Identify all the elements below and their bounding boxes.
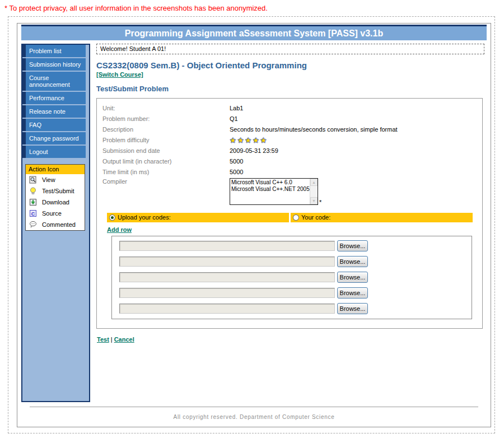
detail-row-description: Description Seconds to hours/minutes/sec… bbox=[102, 124, 477, 135]
legend-label-commented: Commented bbox=[42, 221, 76, 228]
difficulty-stars: ★★★★★ bbox=[230, 135, 268, 146]
detail-label: Problem number: bbox=[102, 114, 230, 124]
detail-row-compiler: Compiler Microsoft Visual C++ 6.0 Micros… bbox=[102, 178, 477, 205]
listbox-scrollbar[interactable]: ▲ ▼ bbox=[310, 179, 318, 204]
browse-button-2[interactable]: Browse... bbox=[337, 256, 368, 267]
detail-row-end-date: Submission end date 2009-05-31 23:59 bbox=[102, 146, 477, 156]
detail-value: Lab1 bbox=[230, 103, 243, 114]
compiler-listbox[interactable]: Microsoft Visual C++ 6.0 Microsoft Visua… bbox=[230, 178, 318, 205]
page-title: Test/Submit Problem bbox=[96, 85, 484, 93]
browse-button-4[interactable]: Browse... bbox=[337, 287, 368, 299]
switch-course-link[interactable]: [Switch Course] bbox=[96, 71, 143, 78]
your-code-choice[interactable]: Your code: bbox=[291, 213, 473, 222]
detail-label: Description bbox=[102, 124, 230, 135]
app-body: Problem list Submission history Course a… bbox=[21, 44, 487, 402]
file-upload-row: Browse... bbox=[119, 240, 472, 251]
your-code-radio[interactable] bbox=[293, 214, 299, 221]
detail-row-unit: Unit: Lab1 bbox=[102, 103, 477, 114]
compiler-option[interactable]: Microsoft Visual C++ 6.0 bbox=[231, 179, 309, 186]
sidebar-item-performance[interactable]: Performance bbox=[22, 92, 86, 104]
legend-label-source: Source bbox=[42, 210, 62, 217]
upload-codes-radio-label: Upload your codes: bbox=[118, 214, 171, 221]
file-path-input-2[interactable] bbox=[119, 257, 335, 267]
detail-label: Output limit (in character) bbox=[102, 156, 230, 167]
view-icon bbox=[29, 176, 37, 184]
upload-codes-radio[interactable] bbox=[109, 214, 115, 221]
scroll-up-arrow-icon[interactable]: ▲ bbox=[310, 179, 318, 186]
compiler-options: Microsoft Visual C++ 6.0 Microsoft Visua… bbox=[230, 179, 310, 204]
legend-row-view: View bbox=[26, 174, 85, 185]
detail-value: 5000 bbox=[230, 167, 243, 178]
detail-value: Seconds to hours/minutes/seconds convers… bbox=[230, 124, 398, 135]
sidebar-item-problem-list[interactable]: Problem list bbox=[22, 45, 86, 57]
course-title: CS2332(0809 Sem.B) - Object Oriented Pro… bbox=[96, 60, 484, 70]
sidebar-item-faq[interactable]: FAQ bbox=[22, 119, 86, 131]
detail-label: Compiler bbox=[102, 178, 230, 205]
main-content: Welcome! Student A 01! CS2332(0809 Sem.B… bbox=[90, 44, 487, 402]
code-source-choice-bar: Upload your codes: Your code: bbox=[107, 213, 473, 222]
sidebar: Problem list Submission history Course a… bbox=[21, 44, 90, 402]
privacy-note: * To protect privacy, all user informati… bbox=[4, 4, 504, 12]
copyright-footer: All copyright reserved. Department of Co… bbox=[30, 407, 478, 426]
your-code-radio-label: Your code: bbox=[301, 214, 330, 221]
legend-label-download: Download bbox=[42, 199, 69, 206]
required-marker: * bbox=[319, 199, 321, 205]
detail-row-difficulty: Problem difficulty ★★★★★ bbox=[102, 135, 477, 146]
file-path-input-4[interactable] bbox=[119, 288, 335, 298]
detail-row-output-limit: Output limit (in character) 5000 bbox=[102, 156, 477, 167]
action-icon-legend: Action Icon View bbox=[25, 164, 85, 231]
detail-row-problem-number: Problem number: Q1 bbox=[102, 114, 477, 124]
action-separator: | bbox=[111, 336, 113, 343]
legend-row-source: C Source bbox=[26, 208, 85, 219]
legend-row-commented: Commented bbox=[26, 219, 85, 230]
app-title-bar: Programming Assignment aSsessment System… bbox=[21, 25, 487, 40]
sidebar-item-logout[interactable]: Logout bbox=[22, 146, 86, 158]
file-upload-row: Browse... bbox=[119, 272, 472, 283]
legend-label-test-submit: Test/Submit bbox=[42, 188, 74, 194]
scroll-down-arrow-icon[interactable]: ▼ bbox=[310, 197, 318, 204]
file-upload-row: Browse... bbox=[119, 256, 472, 267]
compiler-option[interactable]: Microsoft Visual C++.NET 2005 bbox=[231, 186, 309, 193]
cancel-link[interactable]: Cancel bbox=[114, 336, 134, 343]
file-upload-row: Browse... bbox=[119, 303, 472, 314]
upload-codes-choice[interactable]: Upload your codes: bbox=[107, 213, 289, 222]
detail-value: Q1 bbox=[230, 114, 238, 124]
sidebar-item-submission-history[interactable]: Submission history bbox=[22, 58, 86, 71]
legend-row-test-submit: Test/Submit bbox=[26, 185, 85, 197]
file-path-input-3[interactable] bbox=[119, 272, 335, 282]
detail-label: Submission end date bbox=[102, 146, 230, 156]
sidebar-item-change-password[interactable]: Change password bbox=[22, 132, 86, 144]
detail-label: Unit: bbox=[102, 103, 230, 114]
file-upload-box: Browse... Browse... Browse... Brows bbox=[111, 236, 472, 319]
sidebar-item-course-announcement[interactable]: Course announcement bbox=[22, 72, 86, 91]
bulb-icon bbox=[29, 187, 37, 195]
form-actions: Test|Cancel bbox=[97, 336, 484, 343]
file-upload-row: Browse... bbox=[119, 287, 472, 299]
test-link[interactable]: Test bbox=[97, 336, 109, 343]
download-icon bbox=[29, 198, 37, 206]
legend-label-view: View bbox=[42, 176, 55, 183]
sidebar-item-release-note[interactable]: Release note bbox=[22, 105, 86, 118]
svg-text:C: C bbox=[31, 211, 35, 217]
action-icon-legend-title: Action Icon bbox=[26, 165, 85, 174]
file-path-input-1[interactable] bbox=[119, 241, 335, 251]
detail-row-time-limit: Time limit (in ms) 5000 bbox=[102, 167, 477, 178]
detail-value: 5000 bbox=[230, 156, 243, 167]
source-icon: C bbox=[29, 209, 37, 217]
browse-button-3[interactable]: Browse... bbox=[337, 272, 368, 283]
add-row-link[interactable]: Add row bbox=[107, 226, 132, 233]
detail-label: Problem difficulty bbox=[102, 135, 230, 146]
welcome-banner: Welcome! Student A 01! bbox=[96, 44, 484, 54]
legend-row-download: Download bbox=[26, 197, 85, 208]
file-path-input-5[interactable] bbox=[119, 304, 335, 314]
browse-button-5[interactable]: Browse... bbox=[337, 303, 368, 314]
comment-icon bbox=[29, 221, 37, 229]
problem-details-panel: Unit: Lab1 Problem number: Q1 Descriptio… bbox=[96, 98, 483, 329]
detail-value: 2009-05-31 23:59 bbox=[230, 146, 278, 156]
app-window: Programming Assignment aSsessment System… bbox=[17, 23, 491, 427]
browse-button-1[interactable]: Browse... bbox=[337, 240, 368, 251]
detail-label: Time limit (in ms) bbox=[102, 167, 230, 178]
page-frame: Programming Assignment aSsessment System… bbox=[8, 16, 495, 433]
